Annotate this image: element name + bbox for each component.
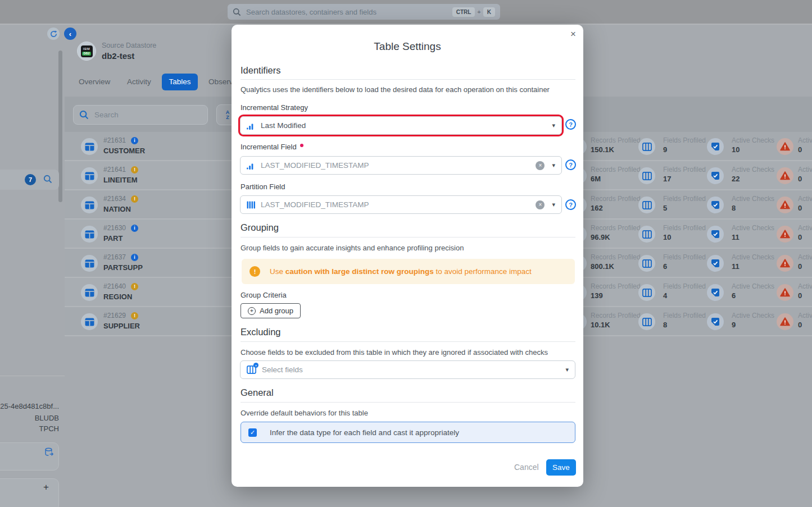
active-anomalies-label: Activ <box>798 166 812 173</box>
active-checks-value: 8 <box>732 204 736 212</box>
active-anomalies-label: Activ <box>798 224 812 232</box>
help-icon[interactable]: ? <box>565 199 576 210</box>
active-checks-icon <box>707 167 724 184</box>
tab-overview[interactable]: Overview <box>79 74 110 90</box>
table-id: #21630i <box>103 224 138 232</box>
chevron-down-icon[interactable]: ▾ <box>552 201 555 208</box>
refresh-button[interactable] <box>47 28 60 40</box>
excluded-fields-icon: × <box>247 366 256 374</box>
exclude-fields-placeholder: Select fields <box>262 366 303 374</box>
top-navigation-bar: Search datastores, containers and fields… <box>0 0 812 24</box>
tables-search-input[interactable]: Search <box>73 105 208 125</box>
global-search-input[interactable]: Search datastores, containers and fields… <box>228 4 500 20</box>
close-icon[interactable]: × <box>570 29 576 40</box>
add-group-button[interactable]: + Add group <box>241 303 301 318</box>
sidebar-item-row[interactable]: 7 <box>0 170 59 190</box>
datastore-name: db2-test <box>102 51 134 61</box>
table-id: #21634! <box>103 195 138 203</box>
section-divider <box>241 341 575 342</box>
fields-profiled-icon <box>638 313 655 330</box>
active-anomalies-icon <box>777 313 793 330</box>
sidebar-add-card[interactable]: + <box>0 478 59 507</box>
fields-profiled-label: Fields Profiled <box>663 253 706 261</box>
cancel-button[interactable]: Cancel <box>514 463 539 472</box>
modal-title: Table Settings <box>232 40 583 53</box>
sidebar-scrollbar[interactable] <box>58 51 62 202</box>
identifiers-description: Qualytics uses the identifiers below to … <box>241 85 572 94</box>
table-name: PART <box>103 234 123 243</box>
sidebar-export-card[interactable] <box>0 442 59 471</box>
ibm-db2-icon: IBM DB2 <box>81 45 93 57</box>
checkbox-checked-icon[interactable]: ✓ <box>248 428 257 437</box>
grouping-heading: Grouping <box>241 222 279 233</box>
table-id: #21637i <box>103 253 138 261</box>
active-anomalies-value: 0 <box>798 175 802 183</box>
datastore-type-label: Source Datastore <box>102 42 156 49</box>
fields-profiled-icon <box>638 255 655 272</box>
active-checks-icon <box>707 197 724 213</box>
clear-icon[interactable]: × <box>536 200 545 209</box>
signal-bars-icon <box>247 122 255 130</box>
records-profiled-value: 162 <box>591 204 603 212</box>
table-id: #21640! <box>103 282 138 290</box>
section-divider <box>241 402 575 403</box>
app-window: Search datastores, containers and fields… <box>0 0 812 507</box>
warning-text: Use caution with large distinct row grou… <box>270 267 532 276</box>
tab-activity[interactable]: Activity <box>127 74 151 90</box>
incremental-field-select[interactable]: LAST_MODIFIED_TIMESTAMP × ▾ <box>240 156 562 175</box>
excluding-heading: Excluding <box>241 327 281 337</box>
records-profiled-value: 96.9K <box>591 233 610 241</box>
records-profiled-label: Records Profiled <box>591 253 641 261</box>
active-anomalies-label: Activ <box>798 253 812 261</box>
save-button[interactable]: Save <box>546 459 576 476</box>
add-group-label: Add group <box>260 307 293 315</box>
active-anomalies-icon <box>777 138 793 155</box>
database-name-text: BLUDB <box>0 414 59 422</box>
clear-icon[interactable]: × <box>536 161 545 170</box>
count-badge: 7 <box>25 174 36 185</box>
records-profiled-value: 150.1K <box>591 145 614 154</box>
active-anomalies-value: 0 <box>798 233 802 241</box>
infer-datatype-option[interactable]: ✓ Infer the data type for each field and… <box>241 422 575 443</box>
required-dot <box>300 144 303 147</box>
global-search-placeholder: Search datastores, containers and fields <box>246 8 376 16</box>
help-icon[interactable]: ? <box>565 159 576 170</box>
x-badge-icon: × <box>253 363 258 368</box>
partition-field-label: Partition Field <box>241 182 285 191</box>
database-export-icon[interactable] <box>44 447 54 457</box>
search-icon[interactable] <box>43 175 52 184</box>
chevron-down-icon[interactable]: ▾ <box>552 122 555 129</box>
chevron-down-icon[interactable]: ▾ <box>565 366 569 373</box>
ctrl-key-chip: CTRL <box>452 7 475 17</box>
active-checks-value: 11 <box>732 262 740 271</box>
tab-observability[interactable]: Observ <box>208 74 233 90</box>
incremental-strategy-select[interactable]: Last Modified ▾ <box>240 116 562 135</box>
fields-profiled-label: Fields Profiled <box>663 166 706 173</box>
general-description: Override default behaviors for this tabl… <box>241 409 572 417</box>
plus-icon[interactable]: + <box>43 482 49 493</box>
active-checks-value: 10 <box>732 145 740 154</box>
connection-id-text: 25-4e8d481c8bf... <box>0 402 59 410</box>
incremental-strategy-value: Last Modified <box>261 121 306 130</box>
chevron-left-icon: ‹ <box>69 30 71 38</box>
group-criteria-label: Group Criteria <box>241 291 287 299</box>
fields-profiled-icon <box>638 197 655 213</box>
active-checks-value: 22 <box>732 175 740 183</box>
active-anomalies-icon <box>777 197 793 213</box>
table-name: SUPPLIER <box>103 322 140 330</box>
tab-tables[interactable]: Tables <box>162 74 198 90</box>
fields-profiled-value: 6 <box>663 262 667 271</box>
help-icon[interactable]: ? <box>565 119 576 130</box>
collapse-panel-button[interactable]: ‹ <box>64 28 76 40</box>
table-icon <box>81 284 98 301</box>
table-icon <box>81 167 98 184</box>
sort-z-glyph: Z <box>226 115 229 120</box>
active-checks-icon <box>707 255 724 272</box>
chevron-down-icon[interactable]: ▾ <box>552 162 555 169</box>
partition-field-value: LAST_MODIFIED_TIMESTAMP <box>261 200 369 209</box>
partition-field-select[interactable]: LAST_MODIFIED_TIMESTAMP × ▾ <box>240 195 562 214</box>
plus-circle-icon: + <box>248 307 256 315</box>
exclude-fields-select[interactable]: × Select fields ▾ <box>240 360 575 379</box>
active-checks-label: Active Checks <box>732 312 774 319</box>
fields-profiled-value: 4 <box>663 291 667 300</box>
